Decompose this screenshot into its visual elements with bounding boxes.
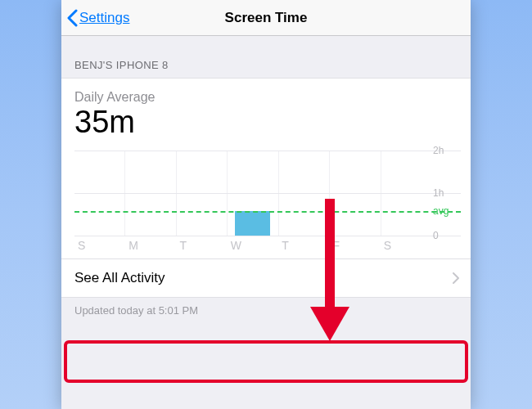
chart-gridline: [74, 193, 461, 194]
chart-x-label: S: [381, 239, 431, 252]
back-label: Settings: [79, 10, 129, 26]
chevron-right-icon: [453, 272, 459, 284]
chevron-left-icon: [66, 9, 78, 27]
back-button[interactable]: Settings: [61, 9, 129, 27]
see-all-activity-row[interactable]: See All Activity: [61, 258, 471, 297]
see-all-activity-label: See All Activity: [74, 270, 165, 286]
weekly-chart: 01h2havg SMTWTFS: [61, 147, 471, 258]
chart-y-label: 1h: [433, 187, 459, 199]
chart-x-label: T: [278, 239, 329, 252]
daily-average-block: Daily Average 35m: [61, 79, 471, 147]
chart-bar: [235, 211, 270, 236]
chart-x-label: T: [177, 239, 228, 252]
chart-x-label: W: [228, 239, 278, 252]
annotation-highlight: [64, 340, 468, 383]
chart-x-label: S: [74, 239, 125, 252]
chart-gridline: [74, 236, 461, 236]
chart-y-label: 2h: [433, 145, 459, 156]
screen-time-screen: Settings Screen Time BENJ'S IPHONE 8 Dai…: [61, 0, 471, 409]
usage-card: Daily Average 35m 01h2havg SMTWTFS See A…: [61, 78, 471, 298]
chart-x-label: M: [125, 239, 176, 252]
chart-avg-label: avg: [433, 205, 459, 217]
daily-average-value: 35m: [74, 106, 458, 139]
chart-y-label: 0: [433, 230, 459, 241]
chart-x-label: F: [329, 239, 380, 252]
navbar: Settings Screen Time: [61, 0, 471, 36]
chart-gridline: [74, 151, 461, 151]
daily-average-label: Daily Average: [74, 90, 458, 105]
chart-avg-line: [74, 211, 461, 213]
last-updated: Updated today at 5:01 PM: [61, 298, 471, 323]
device-header: BENJ'S IPHONE 8: [61, 36, 471, 78]
